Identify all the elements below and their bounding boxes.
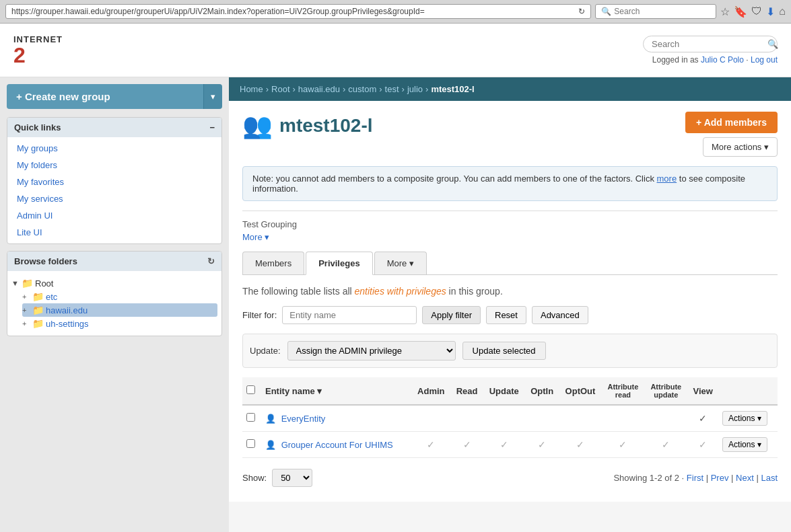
divider-1	[242, 211, 778, 211]
expander-hawaii[interactable]: +	[22, 306, 30, 314]
show-select[interactable]: 50 10 25 100 250	[272, 469, 312, 487]
tab-privileges[interactable]: Privileges	[306, 252, 372, 275]
sidebar-item-lite-ui[interactable]: Lite UI	[7, 224, 221, 241]
filter-input[interactable]	[282, 306, 417, 324]
browser-toolbar: https://grouper.hawaii.edu/grouper/group…	[0, 0, 791, 23]
header-search-input[interactable]	[652, 39, 765, 49]
create-group-wrap: + Create new group ▾	[7, 84, 222, 109]
row2-attr-update: ✓	[644, 432, 687, 458]
sidebar-item-my-services[interactable]: My services	[7, 190, 221, 207]
tree-link-uh-settings[interactable]: uh-settings	[46, 319, 89, 329]
logo-area: INTERNET 2	[13, 34, 63, 66]
group-description: Test Grouping	[242, 219, 778, 229]
row1-read	[450, 405, 483, 432]
app-body: + Create new group ▾ Quick links − My gr…	[0, 77, 791, 532]
header-search-box[interactable]: 🔍	[643, 36, 778, 52]
browser-search-box[interactable]: 🔍	[595, 4, 716, 19]
checkmark-attr-read-2: ✓	[619, 439, 627, 450]
logout-link[interactable]: Log out	[751, 55, 778, 65]
expander-etc[interactable]: +	[22, 293, 30, 301]
col-entity-name[interactable]: Entity name ▾	[261, 377, 411, 405]
row1-update	[483, 405, 525, 432]
show-row: Show: 50 10 25 100 250 Showing 1-2 of 2 …	[242, 465, 778, 491]
sidebar-item-my-favorites[interactable]: My favorites	[7, 174, 221, 190]
tree-children-root: + 📁 etc + 📁 hawaii.edu + 📁 uh-setti	[11, 290, 217, 330]
row1-actions-button[interactable]: Actions ▾	[722, 411, 767, 426]
tree-link-hawaii[interactable]: hawaii.edu	[46, 305, 88, 315]
browser-chrome: https://grouper.hawaii.edu/grouper/group…	[0, 0, 791, 24]
username-link[interactable]: Julio C Polo	[701, 55, 744, 65]
tree-item-hawaii[interactable]: + 📁 hawaii.edu	[22, 303, 217, 317]
collapse-icon[interactable]: −	[209, 122, 215, 132]
expander-uh-settings[interactable]: +	[22, 319, 30, 328]
entity-link-grouper[interactable]: Grouper Account For UHIMS	[281, 440, 393, 450]
quick-links-section: Quick links − My groups My folders My fa…	[7, 117, 222, 244]
refresh-icon[interactable]: ↻	[207, 256, 215, 266]
breadcrumb-test[interactable]: test	[385, 84, 399, 94]
expander-root[interactable]: ▼	[11, 279, 20, 287]
bookmark-icon[interactable]: 🔖	[734, 5, 747, 18]
home-icon[interactable]: ⌂	[779, 5, 786, 17]
tab-more[interactable]: More ▾	[374, 252, 427, 274]
pagination-first[interactable]: First	[687, 473, 703, 483]
more-actions-button[interactable]: More actions ▾	[703, 137, 778, 157]
breadcrumb-julio[interactable]: julio	[407, 84, 423, 94]
url-text: https://grouper.hawaii.edu/grouper/group…	[11, 7, 576, 16]
row1-attr-update	[644, 405, 687, 432]
reset-filter-button[interactable]: Reset	[486, 306, 526, 324]
select-all-checkbox[interactable]	[246, 385, 255, 394]
app-header: INTERNET 2 🔍 Logged in as Julio C Polo ·…	[0, 24, 791, 77]
breadcrumb-root[interactable]: Root	[271, 84, 289, 94]
row1-view: ✓	[687, 405, 718, 432]
breadcrumb-current: mtest102-l	[431, 84, 474, 94]
update-selected-button[interactable]: Update selected	[462, 342, 546, 360]
group-actions: + Add members More actions ▾	[685, 112, 778, 157]
row2-optout: ✓	[559, 432, 602, 458]
star-icon[interactable]: ☆	[720, 5, 730, 18]
tree-link-etc[interactable]: etc	[46, 292, 57, 302]
breadcrumb-custom[interactable]: custom	[348, 84, 376, 94]
row1-checkbox-cell	[242, 405, 261, 432]
more-link[interactable]: More ▾	[242, 232, 269, 242]
breadcrumb-hawaii[interactable]: hawaii.edu	[298, 84, 340, 94]
showing-text: Showing 1-2 of 2 ·	[613, 473, 686, 483]
browse-folders-header: Browse folders ↻	[7, 252, 221, 271]
advanced-filter-button[interactable]: Advanced	[532, 306, 588, 324]
url-bar[interactable]: https://grouper.hawaii.edu/grouper/group…	[5, 4, 591, 19]
tree-item-root: ▼ 📁 Root	[11, 276, 217, 290]
col-attr-read: Attributeread	[601, 377, 644, 405]
row2-actions-button[interactable]: Actions ▾	[722, 437, 767, 452]
reload-icon[interactable]: ↻	[578, 7, 585, 16]
note-more-link[interactable]: more	[657, 174, 677, 184]
header-right: 🔍 Logged in as Julio C Polo · Log out	[643, 36, 778, 65]
row2-actions-cell: Actions ▾	[718, 432, 778, 458]
row2-checkbox[interactable]	[246, 439, 255, 448]
col-actions-header	[718, 377, 778, 405]
download-icon[interactable]: ⬇	[766, 5, 775, 18]
col-admin: Admin	[411, 377, 450, 405]
checkmark-update-2: ✓	[500, 439, 508, 450]
breadcrumb-home[interactable]: Home	[240, 84, 263, 94]
table-header-row: Entity name ▾ Admin Read Update OptIn Op…	[242, 377, 778, 405]
tab-more-chevron-icon: ▾	[409, 258, 414, 268]
create-group-dropdown-button[interactable]: ▾	[203, 84, 222, 109]
apply-filter-button[interactable]: Apply filter	[422, 306, 481, 324]
create-group-button[interactable]: + Create new group	[7, 84, 203, 109]
folder-icon-hawaii: 📁	[32, 305, 44, 315]
row2-admin: ✓	[411, 432, 450, 458]
update-privilege-select[interactable]: Assign the ADMIN privilege Assign the RE…	[287, 341, 456, 360]
quick-links-nav: My groups My folders My favorites My ser…	[7, 137, 221, 243]
sidebar-item-my-folders[interactable]: My folders	[7, 157, 221, 174]
shield-icon[interactable]: 🛡	[751, 5, 762, 17]
sidebar-item-admin-ui[interactable]: Admin UI	[7, 207, 221, 224]
add-members-button[interactable]: + Add members	[685, 112, 778, 133]
sidebar-item-my-groups[interactable]: My groups	[7, 140, 221, 157]
browser-search-input[interactable]	[614, 7, 715, 16]
row1-checkbox[interactable]	[246, 413, 255, 422]
row2-actions-chevron-icon: ▾	[757, 440, 761, 449]
entity-link-every[interactable]: EveryEntity	[281, 414, 326, 424]
pagination-last[interactable]: Last	[761, 473, 778, 483]
pagination-next[interactable]: Next	[736, 473, 754, 483]
pagination-prev[interactable]: Prev	[711, 473, 729, 483]
tab-members[interactable]: Members	[242, 252, 304, 274]
